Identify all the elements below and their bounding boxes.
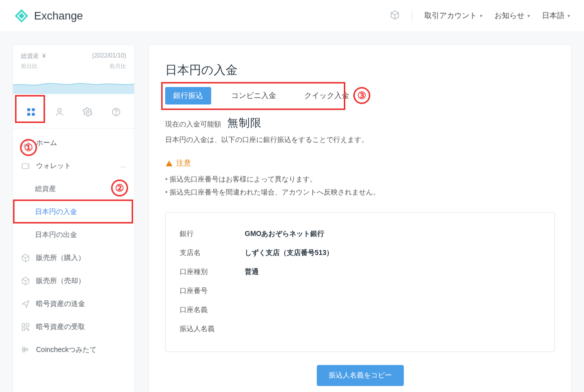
nav-buy-label: 販売所（購入）: [36, 254, 85, 262]
sidebar-tabs: [13, 94, 134, 128]
chevron-up-icon: ︿: [120, 162, 126, 170]
account-holder-label: 口座名義: [180, 306, 245, 314]
wallet-icon: [21, 162, 30, 170]
chevron-down-icon: ▾: [567, 13, 570, 18]
nav-home-label: ホーム: [36, 138, 57, 148]
warning-title: 注意: [165, 158, 555, 168]
svg-point-10: [116, 114, 116, 114]
topbar: Exchange 取引アカウント▾ お知らせ▾ 日本語▾: [0, 0, 584, 32]
svg-point-7: [58, 108, 61, 112]
nav-receive[interactable]: 暗号資産の受取: [13, 316, 134, 338]
svg-rect-5: [28, 113, 31, 116]
currency-symbol: ¥: [43, 52, 46, 60]
svg-point-8: [87, 111, 89, 114]
menu-language-label: 日本語: [542, 11, 564, 20]
menu-notice[interactable]: お知らせ▾: [494, 11, 530, 20]
svg-rect-15: [23, 348, 25, 350]
nav-wallet-label: ウォレット: [36, 162, 71, 170]
nav-tsumitate[interactable]: Coincheckつみたて: [13, 338, 134, 362]
menu-account-label: 取引アカウント: [424, 11, 477, 20]
svg-rect-3: [28, 108, 31, 112]
separator: [412, 10, 412, 22]
account-type-value: 普通: [245, 268, 259, 276]
warning-title-text: 注意: [176, 158, 191, 168]
tab-settings-icon[interactable]: [78, 103, 98, 121]
home-icon: [21, 138, 30, 148]
nav-buy[interactable]: 販売所（購入）: [13, 246, 134, 270]
warning-item: 振込先口座番号はお客様によって異なります。: [165, 173, 555, 186]
sidebar: 総資産 ¥ (2022/01/10) 前日比 前月比: [13, 45, 134, 392]
limit-label: 現在の入金可能額: [165, 120, 221, 128]
bank-value: GMOあおぞらネット銀行: [245, 230, 324, 238]
asset-subheader: 前日比 前月比: [13, 62, 134, 73]
branch-value: しずく支店（支店番号513）: [245, 248, 333, 258]
svg-rect-17: [26, 348, 28, 350]
warning-list: 振込先口座番号はお客様によって異なります。 振込先口座番号を間違われた場合、アカ…: [165, 173, 555, 199]
cube-icon: [21, 276, 30, 286]
warning-icon: [165, 160, 173, 168]
prev-day-label: 前日比: [21, 62, 38, 70]
total-assets-label: 総資産: [21, 52, 39, 60]
limit-value: 無制限: [227, 116, 262, 129]
nav-home[interactable]: ホーム: [13, 132, 134, 154]
nav-send[interactable]: 暗号資産の送金: [13, 292, 134, 316]
svg-rect-13: [27, 324, 29, 326]
deposit-limit: 現在の入金可能額 無制限: [165, 116, 555, 130]
nav-sell-label: 販売所（売却）: [36, 276, 85, 286]
asset-header: 総資産 ¥ (2022/01/10): [13, 45, 134, 62]
svg-rect-16: [23, 350, 25, 352]
asset-date: (2022/01/10): [92, 52, 126, 60]
nav-tsumitate-label: Coincheckつみたて: [36, 346, 97, 354]
nav-sub-deposit[interactable]: 日本円の入金: [13, 200, 134, 224]
bank-label: 銀行: [180, 230, 245, 238]
payer-name-label: 振込人名義: [180, 324, 245, 334]
account-type-label: 口座種別: [180, 268, 245, 276]
menu-account[interactable]: 取引アカウント▾: [424, 11, 482, 20]
sidebar-nav: ホーム ウォレット ︿ 総資産 日本円の入金 日本円の出金 ② 販売所（購入）: [13, 128, 134, 362]
chevron-down-icon: ▾: [480, 13, 482, 18]
sparkline-chart: [13, 73, 134, 94]
tab-user-icon[interactable]: [50, 103, 70, 121]
nav-sub-total[interactable]: 総資産: [13, 178, 134, 200]
chevron-down-icon: ▾: [527, 13, 530, 18]
brand-text: Exchange: [34, 10, 83, 22]
nav-wallet[interactable]: ウォレット ︿: [13, 154, 134, 178]
tab-convenience[interactable]: コンビニ入金: [223, 87, 284, 104]
prev-month-label: 前月比: [110, 62, 126, 70]
copy-payer-name-button[interactable]: 振込人名義をコピー: [317, 365, 404, 386]
nav-send-label: 暗号資産の送金: [36, 300, 85, 308]
stack-icon: [21, 346, 30, 354]
qr-icon: [21, 322, 30, 332]
cube-icon: [21, 254, 30, 262]
menu-language[interactable]: 日本語▾: [542, 11, 570, 20]
page-title: 日本円の入金: [165, 62, 555, 78]
logo-icon: [14, 8, 29, 24]
branch-label: 支店名: [180, 248, 245, 258]
menu-notice-label: お知らせ: [494, 11, 524, 20]
svg-rect-6: [32, 113, 35, 116]
nav-receive-label: 暗号資産の受取: [36, 322, 85, 332]
warning-item: 振込先口座番号を間違われた場合、アカウントへ反映されません。: [165, 186, 555, 199]
deposit-tabs: 銀行振込 コンビニ入金 クイック入金: [165, 87, 357, 104]
nav-sub-withdraw[interactable]: 日本円の出金: [13, 224, 134, 246]
account-number-label: 口座番号: [180, 286, 245, 296]
tab-quick[interactable]: クイック入金: [296, 87, 357, 104]
svg-rect-12: [22, 324, 25, 326]
tab-dashboard-icon[interactable]: [21, 103, 41, 121]
tab-help-icon[interactable]: [106, 103, 126, 121]
svg-rect-4: [32, 108, 35, 112]
bank-details-box: 銀行GMOあおぞらネット銀行 支店名しずく支店（支店番号513） 口座種別普通 …: [165, 212, 555, 352]
nav-sell[interactable]: 販売所（売却）: [13, 270, 134, 292]
send-icon: [21, 300, 30, 308]
cube-icon[interactable]: [390, 10, 400, 22]
tab-bank[interactable]: 銀行振込: [165, 87, 211, 104]
main-panel: 日本円の入金 銀行振込 コンビニ入金 クイック入金 ③ 現在の入金可能額 無制限…: [149, 45, 571, 392]
svg-rect-14: [22, 328, 25, 330]
deposit-description: 日本円の入金は、以下の口座に銀行振込をすることで行えます。: [165, 136, 555, 144]
logo[interactable]: Exchange: [14, 8, 83, 24]
